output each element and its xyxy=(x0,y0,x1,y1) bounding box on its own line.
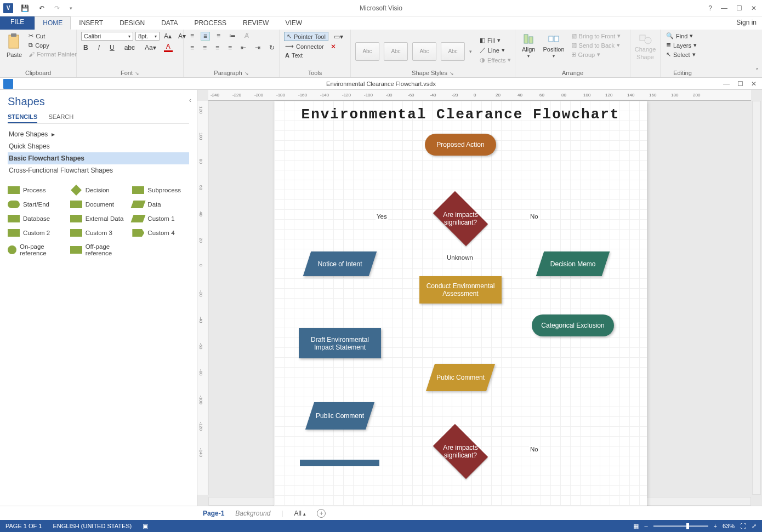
fc-public-comment-center[interactable]: Public Comment xyxy=(426,364,495,391)
stencil-cross-functional[interactable]: Cross-Functional Flowchart Shapes xyxy=(8,164,189,176)
font-size-combo[interactable]: 8pt.▾ xyxy=(135,32,160,41)
style-swatch[interactable]: Abc xyxy=(355,42,379,61)
shape-startend[interactable]: Start/End xyxy=(8,201,65,208)
macro-record-icon[interactable]: ▣ xyxy=(143,523,148,530)
tab-data[interactable]: DATA xyxy=(153,16,186,30)
zoom-out-icon[interactable]: – xyxy=(644,523,647,529)
indent-inc-icon[interactable]: ⇥ xyxy=(253,44,263,52)
zoom-in-icon[interactable]: + xyxy=(714,523,717,529)
shape-custom3[interactable]: Custom 3 xyxy=(70,229,127,237)
paragraph-dialog-launcher-icon[interactable]: ↘ xyxy=(242,71,249,76)
shapes-tab-stencils[interactable]: STENCILS xyxy=(8,111,37,123)
fc-notice-intent[interactable]: Notice of Intent xyxy=(303,251,377,276)
bring-front-button[interactable]: ▧Bring to Front ▾ xyxy=(570,32,622,40)
strike-icon[interactable]: abc xyxy=(122,44,137,52)
vertical-scrollbar[interactable] xyxy=(752,101,761,495)
shape-custom4[interactable]: Custom 4 xyxy=(132,229,189,237)
text-tool-button[interactable]: AText xyxy=(284,52,304,59)
shape-process[interactable]: Process xyxy=(8,186,65,194)
page-tab-all[interactable]: All ▴ xyxy=(294,510,306,517)
fc-categorical-exclusion[interactable]: Categorical Exclusion xyxy=(532,314,614,336)
grow-font-icon[interactable]: A▴ xyxy=(162,32,174,40)
shapes-collapse-icon[interactable]: ‹ xyxy=(189,96,191,104)
shape-custom1[interactable]: Custom 1 xyxy=(132,215,189,222)
status-language[interactable]: ENGLISH (UNITED STATES) xyxy=(53,523,132,529)
italic-icon[interactable]: I xyxy=(96,44,102,52)
style-swatch[interactable]: Abc xyxy=(441,42,465,61)
tab-process[interactable]: PROCESS xyxy=(186,16,235,30)
indent-dec-icon[interactable]: ⇤ xyxy=(238,44,248,52)
format-painter-button[interactable]: 🖌Format Painter xyxy=(27,50,78,58)
shape-decision[interactable]: Decision xyxy=(70,186,127,194)
doc-close-icon[interactable]: ✕ xyxy=(751,80,757,88)
fc-partial-box[interactable] xyxy=(300,460,379,466)
tab-file[interactable]: FILE xyxy=(0,14,35,30)
align-top-icon[interactable]: ≡ xyxy=(188,32,196,41)
fit-page-icon[interactable]: ⛶ xyxy=(740,523,746,529)
clear-format-icon[interactable]: A̸ xyxy=(242,32,251,41)
doc-minimize-icon[interactable]: — xyxy=(723,80,730,88)
visio-icon[interactable]: V xyxy=(3,3,13,13)
effects-button[interactable]: ◑Effects ▾ xyxy=(479,56,512,64)
connector-tool-button[interactable]: ⟿Connector xyxy=(284,42,325,50)
close-icon[interactable]: ✕ xyxy=(751,4,757,12)
shape-data[interactable]: Data xyxy=(132,201,189,208)
fc-proposed-action[interactable]: Proposed Action xyxy=(425,134,496,156)
fc-decision-impacts[interactable]: Are impacts significant? xyxy=(428,197,493,241)
drawing-page[interactable]: Environmental Clearance Flowchart Prop xyxy=(274,101,647,506)
style-swatch[interactable]: Abc xyxy=(412,42,436,61)
styles-dialog-launcher-icon[interactable]: ↘ xyxy=(447,71,454,76)
save-icon[interactable]: 💾 xyxy=(19,4,31,12)
help-icon[interactable]: ? xyxy=(708,4,712,12)
full-screen-icon[interactable]: ⤢ xyxy=(752,523,757,530)
font-color-icon[interactable]: A xyxy=(164,43,173,52)
align-center-icon[interactable]: ≡ xyxy=(201,44,209,52)
rotate-text-icon[interactable]: ↻ xyxy=(267,44,277,52)
page-tab-page1[interactable]: Page-1 xyxy=(203,510,224,517)
shapes-tab-search[interactable]: SEARCH xyxy=(48,111,73,123)
doc-maximize-icon[interactable]: ☐ xyxy=(737,80,743,88)
send-back-button[interactable]: ▨Send to Back ▾ xyxy=(570,41,622,49)
tab-view[interactable]: VIEW xyxy=(277,16,310,30)
redo-icon[interactable]: ↷ xyxy=(52,4,62,12)
align-right-icon[interactable]: ≡ xyxy=(213,44,221,52)
align-bottom-icon[interactable]: ≡ xyxy=(214,32,223,41)
fc-draft-eis[interactable]: Draft Environmental Impact Statement xyxy=(299,328,381,358)
fill-button[interactable]: ◧Fill ▾ xyxy=(479,36,512,44)
canvas[interactable]: -240-220-200-180-160-140-120-100-80-60-4… xyxy=(197,90,762,506)
bullets-icon[interactable]: ≔ xyxy=(227,32,238,41)
stencil-more-shapes[interactable]: More Shapes ▸ xyxy=(8,128,189,140)
change-shape-button[interactable]: ChangeShape xyxy=(633,32,658,61)
minimize-icon[interactable]: — xyxy=(721,4,727,12)
stencil-basic-flowchart[interactable]: Basic Flowchart Shapes xyxy=(8,152,189,164)
paste-button[interactable]: Paste xyxy=(4,32,24,59)
presentation-mode-icon[interactable]: ▦ xyxy=(633,523,639,530)
group-button[interactable]: ⊞Group ▾ xyxy=(570,50,622,59)
tab-review[interactable]: REVIEW xyxy=(235,16,277,30)
font-name-combo[interactable]: Calibri▾ xyxy=(81,32,133,41)
maximize-icon[interactable]: ☐ xyxy=(736,4,742,12)
stencil-quick-shapes[interactable]: Quick Shapes xyxy=(8,140,189,152)
fc-public-comment-left[interactable]: Public Comment xyxy=(305,402,374,430)
zoom-slider[interactable] xyxy=(653,525,708,527)
fc-conduct-assessment[interactable]: Conduct Environmental Assessment xyxy=(419,276,502,304)
font-dialog-launcher-icon[interactable]: ↘ xyxy=(133,71,139,76)
shape-external[interactable]: External Data xyxy=(70,215,127,222)
align-middle-icon[interactable]: ≡ xyxy=(201,32,210,41)
find-button[interactable]: 🔍Find ▾ xyxy=(665,32,694,40)
select-button[interactable]: ↖Select ▾ xyxy=(665,50,697,59)
tab-design[interactable]: DESIGN xyxy=(111,16,153,30)
position-button[interactable]: Position▾ xyxy=(541,32,566,60)
undo-icon[interactable]: ↶ xyxy=(37,4,47,12)
sign-in-link[interactable]: Sign in xyxy=(736,19,757,26)
copy-button[interactable]: ⧉Copy xyxy=(27,41,78,49)
styles-more-icon[interactable]: ▾ xyxy=(469,49,472,54)
add-page-button[interactable]: + xyxy=(317,509,326,518)
qat-customize-icon[interactable]: ▾ xyxy=(67,5,75,11)
align-button[interactable]: Align▾ xyxy=(520,32,537,60)
underline-icon[interactable]: U xyxy=(107,44,117,52)
pointer-tool-button[interactable]: ↖Pointer Tool xyxy=(284,32,328,41)
fc-decision-memo[interactable]: Decision Memo xyxy=(536,251,610,276)
cut-button[interactable]: ✂Cut xyxy=(27,32,78,40)
page-tab-background[interactable]: Background xyxy=(235,510,270,517)
